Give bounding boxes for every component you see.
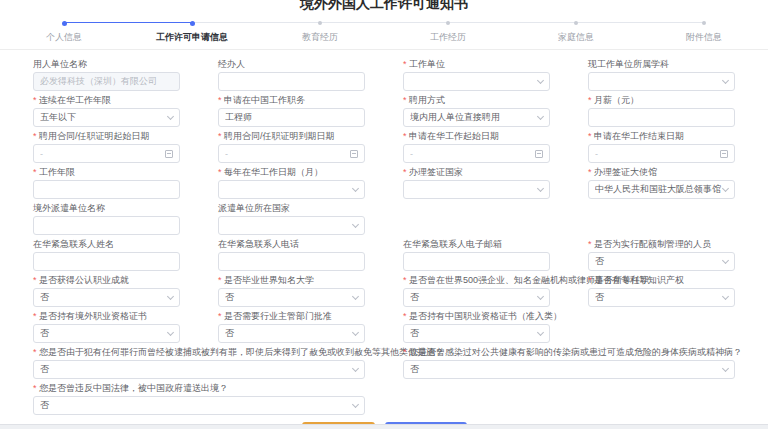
- chevron-down-icon: [352, 221, 359, 228]
- select-input[interactable]: [403, 180, 550, 199]
- select-input[interactable]: 否: [218, 324, 365, 343]
- field-label: 在华紧急联系人电话: [218, 239, 365, 249]
- select-input[interactable]: 中华人民共和国驻大阪总领事馆: [588, 180, 735, 199]
- empty-cell: [588, 203, 735, 235]
- form-field: 是否持有境外职业资格证书否: [33, 311, 180, 343]
- chevron-down-icon: [537, 113, 544, 120]
- form-field: 申请在中国工作职务工程师: [218, 95, 365, 127]
- form-field: 用人单位名称必发得科技（深圳）有限公司: [33, 59, 180, 91]
- select-input[interactable]: 五年以下: [33, 108, 180, 127]
- form-field: 办理签证大使馆中华人民共和国驻大阪总领事馆: [588, 167, 735, 199]
- text-input[interactable]: [33, 252, 180, 271]
- select-input[interactable]: 否: [588, 288, 735, 307]
- field-label: 是否持有中国职业资格证书（准入类）: [403, 311, 550, 321]
- chevron-down-icon: [352, 185, 359, 192]
- select-input[interactable]: [588, 72, 735, 91]
- field-value: 否: [225, 327, 353, 340]
- field-label: 派遣单位所在国家: [218, 203, 365, 213]
- step-label: 工作许可申请信息: [128, 31, 256, 44]
- step-label: 个人信息: [0, 31, 128, 44]
- field-label: 用人单位名称: [33, 59, 180, 69]
- chevron-down-icon: [722, 185, 729, 192]
- field-label: 在华紧急联系人电子邮箱: [403, 239, 550, 249]
- form-field: 是否获得公认职业成就否: [33, 275, 180, 307]
- step-2[interactable]: 工作许可申请信息: [128, 15, 256, 44]
- field-label: 办理签证国家: [403, 167, 550, 177]
- step-label: 教育经历: [256, 31, 384, 44]
- date-input[interactable]: -: [588, 144, 735, 163]
- select-input[interactable]: 否: [33, 396, 365, 415]
- text-input[interactable]: [33, 180, 180, 199]
- application-form: 用人单位名称必发得科技（深圳）有限公司经办人工作单位现工作单位所属学科连续在华工…: [0, 50, 768, 415]
- form-field: 聘用合同/任职证明起始日期-: [33, 131, 180, 163]
- calendar-icon: [720, 150, 728, 158]
- form-field: 经办人: [218, 59, 365, 91]
- step-dot-icon: [702, 21, 706, 25]
- text-input[interactable]: [33, 216, 180, 235]
- field-value: 否: [40, 291, 168, 304]
- select-input[interactable]: [218, 180, 365, 199]
- select-input[interactable]: [218, 216, 365, 235]
- field-value: 否: [40, 363, 353, 376]
- step-label: 家庭信息: [512, 31, 640, 44]
- field-label: 经办人: [218, 59, 365, 69]
- step-1[interactable]: 个人信息: [0, 15, 128, 44]
- field-label: 是否获得公认职业成就: [33, 275, 180, 285]
- field-label: 是否需要行业主管部门批准: [218, 311, 365, 321]
- calendar-icon: [350, 150, 358, 158]
- select-input[interactable]: 否: [33, 360, 365, 379]
- step-6[interactable]: 附件信息: [640, 15, 768, 44]
- step-5[interactable]: 家庭信息: [512, 15, 640, 44]
- select-input[interactable]: 否: [33, 288, 180, 307]
- text-input[interactable]: 工程师: [218, 108, 365, 127]
- back-button[interactable]: 返回上一步: [302, 422, 375, 425]
- select-input[interactable]: 否: [403, 288, 550, 307]
- text-input[interactable]: [588, 108, 735, 127]
- field-label: 聘用合同/任职证明到期日期: [218, 131, 365, 141]
- step-4[interactable]: 工作经历: [384, 15, 512, 44]
- field-value: 工程师: [225, 111, 358, 124]
- field-label: 工作单位: [403, 59, 550, 69]
- field-value: 境内用人单位直接聘用: [410, 111, 538, 124]
- field-label: 申请在华工作结束日期: [588, 131, 735, 141]
- text-input[interactable]: [218, 72, 365, 91]
- field-label: 是否有专利等知识产权: [588, 275, 735, 285]
- chevron-down-icon: [167, 293, 174, 300]
- date-input[interactable]: -: [33, 144, 180, 163]
- select-input[interactable]: 否: [403, 360, 735, 379]
- date-input[interactable]: -: [403, 144, 550, 163]
- field-value: -: [595, 149, 720, 159]
- page-title: 境外外国人工作许可通知书: [0, 0, 768, 11]
- text-input[interactable]: [218, 252, 365, 271]
- chevron-down-icon: [537, 185, 544, 192]
- form-field: 在华紧急联系人电话: [218, 239, 365, 271]
- chevron-down-icon: [722, 77, 729, 84]
- select-input[interactable]: [403, 72, 550, 91]
- field-label: 境外派遣单位名称: [33, 203, 180, 213]
- select-input[interactable]: 否: [33, 324, 180, 343]
- form-footer: 返回上一步 保存并下一步: [0, 415, 768, 425]
- field-value: 否: [410, 327, 538, 340]
- field-value: 否: [40, 399, 353, 412]
- form-field: 月薪（元）: [588, 95, 735, 127]
- chevron-down-icon: [167, 113, 174, 120]
- field-label: 是否曾在世界500强企业、知名金融机构或律师事务所等任职: [403, 275, 550, 285]
- date-input[interactable]: -: [218, 144, 365, 163]
- field-label: 聘用合同/任职证明起始日期: [33, 131, 180, 141]
- select-input[interactable]: 否: [403, 324, 550, 343]
- select-input[interactable]: 境内用人单位直接聘用: [403, 108, 550, 127]
- text-input[interactable]: [403, 252, 550, 271]
- chevron-down-icon: [352, 365, 359, 372]
- text-input[interactable]: 必发得科技（深圳）有限公司: [33, 72, 180, 91]
- work-permit-form-page: 境外外国人工作许可通知书 个人信息工作许可申请信息教育经历工作经历家庭信息附件信…: [0, 0, 768, 425]
- field-label: 是否持有境外职业资格证书: [33, 311, 180, 321]
- step-3[interactable]: 教育经历: [256, 15, 384, 44]
- step-dot-icon: [446, 21, 450, 25]
- calendar-icon: [165, 150, 173, 158]
- step-dot-icon: [318, 21, 322, 25]
- form-field: 您是否由于犯有任何罪行而曾经被逮捕或被判有罪，即使后来得到了赦免或收到赦免等其他…: [33, 347, 365, 379]
- step-dot-icon: [190, 21, 195, 26]
- save-next-button[interactable]: 保存并下一步: [385, 422, 467, 425]
- select-input[interactable]: 否: [588, 252, 735, 271]
- select-input[interactable]: 否: [218, 288, 365, 307]
